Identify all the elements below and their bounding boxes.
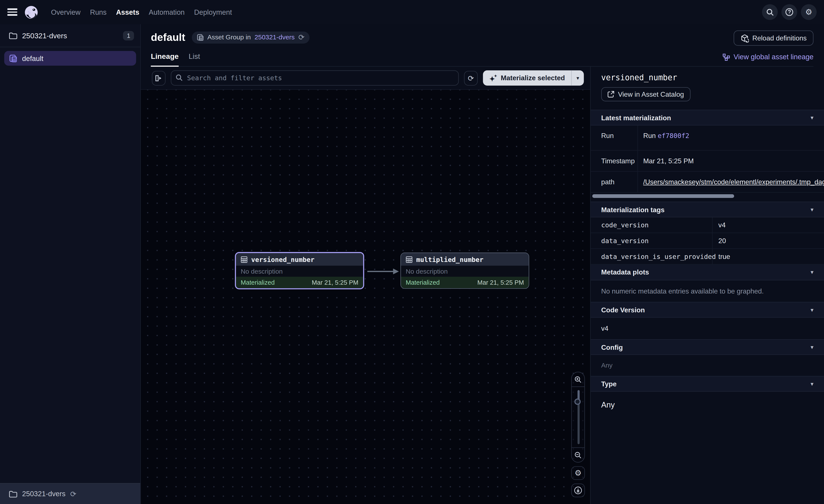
primary-nav: Overview Runs Assets Automation Deployme… <box>51 8 232 16</box>
lineage-graph-icon <box>722 53 730 60</box>
latest-materialization-table: Run Run ef7800f2 Timestamp Mar 21, 5:25 … <box>591 125 824 202</box>
materialized-status: Materialized <box>406 279 440 286</box>
graph-settings-button[interactable]: ⚙ <box>571 466 585 480</box>
lineage-canvas[interactable]: versioned_number No description Material… <box>141 90 590 504</box>
nav-runs[interactable]: Runs <box>90 8 107 16</box>
asset-node-multiplied-number[interactable]: multiplied_number No description Materia… <box>401 253 529 289</box>
zoom-out-button[interactable] <box>572 447 584 462</box>
search-button[interactable] <box>762 4 778 20</box>
table-row: Run Run ef7800f2 <box>591 125 824 151</box>
asset-count-badge: 1 <box>123 31 134 40</box>
menu-icon[interactable] <box>7 8 17 16</box>
section-metadata-plots[interactable]: Metadata plots ▾ <box>591 265 824 280</box>
section-code-version[interactable]: Code Version ▾ <box>591 302 824 318</box>
asset-node-name: multiplied_number <box>416 255 484 263</box>
asset-detail-panel: versioned_number View in Asset Catalog L… <box>590 67 824 504</box>
external-link-icon <box>608 91 614 98</box>
table-icon <box>406 256 413 263</box>
section-materialization-tags[interactable]: Materialization tags ▾ <box>591 202 824 217</box>
sidebar-group-label: 250321-dvers <box>22 31 118 39</box>
section-type[interactable]: Type ▾ <box>591 376 824 392</box>
graph-toolbar: ⟳ ✦✦ Materialize selected ▾ <box>141 67 590 90</box>
chevron-down-icon: ▾ <box>811 380 813 387</box>
asset-search-input[interactable] <box>171 70 459 86</box>
refresh-icon[interactable]: ⟳ <box>298 33 304 41</box>
view-global-lineage-link[interactable]: View global asset lineage <box>722 53 813 61</box>
canvas-controls: ⚙ <box>571 372 585 497</box>
table-row: path /Users/smackesey/stm/code/elementl/… <box>591 172 824 193</box>
materialize-dropdown-button[interactable]: ▾ <box>571 70 584 86</box>
refresh-icon: ⟳ <box>468 74 474 82</box>
asset-group-badge[interactable]: Asset Group in 250321-dvers ⟳ <box>192 31 310 43</box>
refresh-icon[interactable]: ⟳ <box>70 490 76 498</box>
dagster-app: Overview Runs Assets Automation Deployme… <box>0 0 824 504</box>
nav-assets[interactable]: Assets <box>116 8 139 16</box>
table-row: Timestamp Mar 21, 5:25 PM <box>591 151 824 172</box>
search-icon <box>766 8 774 16</box>
nav-actions: ⚙ <box>762 4 817 20</box>
help-button[interactable] <box>781 4 797 20</box>
chevron-down-icon: ▾ <box>811 269 813 276</box>
settings-button[interactable]: ⚙ <box>801 4 817 20</box>
asset-node-versioned-number[interactable]: versioned_number No description Material… <box>235 252 364 289</box>
sidebar-item-default[interactable]: default <box>4 51 136 66</box>
top-nav: Overview Runs Assets Automation Deployme… <box>0 0 824 24</box>
nav-automation[interactable]: Automation <box>149 8 185 16</box>
table-icon <box>241 256 248 263</box>
expand-sidebar-button[interactable] <box>152 71 166 85</box>
section-config[interactable]: Config ▾ <box>591 339 824 355</box>
code-location-footer[interactable]: 250321-dvers ⟳ <box>0 483 140 504</box>
chevron-down-icon: ▾ <box>811 306 813 313</box>
dagster-logo[interactable] <box>24 5 38 19</box>
scrollbar-thumb[interactable] <box>592 194 734 198</box>
config-value: Any <box>591 355 824 376</box>
sidebar-group-row[interactable]: 250321-dvers 1 <box>0 24 140 47</box>
metadata-plots-empty-text: No numeric metadata entries available to… <box>591 280 824 302</box>
path-link[interactable]: /Users/smackesey/stm/code/elementl/exper… <box>643 178 824 186</box>
nav-deployment[interactable]: Deployment <box>194 8 232 16</box>
chevron-down-icon: ▾ <box>811 206 813 213</box>
zoom-in-button[interactable] <box>572 372 584 387</box>
download-icon <box>574 486 583 495</box>
zoom-slider[interactable] <box>572 387 584 447</box>
chevron-down-icon: ▾ <box>577 75 579 81</box>
view-in-asset-catalog-button[interactable]: View in Asset Catalog <box>601 87 690 102</box>
gear-icon: ⚙ <box>805 8 812 16</box>
materialize-label: Materialize selected <box>501 74 565 82</box>
folder-icon <box>9 490 17 498</box>
zoom-slider-thumb[interactable] <box>575 398 581 405</box>
page-title: default <box>151 30 185 44</box>
section-latest-materialization[interactable]: Latest materialization ▾ <box>591 110 824 125</box>
run-id-link[interactable]: ef7800f2 <box>658 132 689 139</box>
gear-icon: ⚙ <box>575 469 582 477</box>
horizontal-scrollbar[interactable] <box>592 194 823 198</box>
zoom-in-icon <box>575 376 582 383</box>
download-image-button[interactable] <box>571 484 585 497</box>
reload-definitions-button[interactable]: Reload definitions <box>733 30 814 46</box>
chevron-down-icon: ▾ <box>811 344 813 351</box>
refresh-graph-button[interactable]: ⟳ <box>464 71 478 85</box>
table-row: data_version 20 <box>591 233 824 249</box>
reload-definitions-label: Reload definitions <box>752 34 807 42</box>
sidebar-item-label: default <box>22 54 43 62</box>
asset-groups-sidebar: 250321-dvers 1 default 250321-dvers ⟳ <box>0 24 141 504</box>
materialized-status: Materialized <box>241 279 275 286</box>
badge-group-link[interactable]: 250321-dvers <box>254 33 295 41</box>
reload-definitions-icon <box>740 34 749 42</box>
tab-list[interactable]: List <box>189 48 200 66</box>
table-row: data_version_is_user_provided true <box>591 249 824 265</box>
asset-node-description: No description <box>236 266 363 277</box>
help-icon <box>785 8 794 16</box>
nav-overview[interactable]: Overview <box>51 8 81 16</box>
timestamp-value: Mar 21, 5:25 PM <box>638 151 824 171</box>
view-in-asset-catalog-label: View in Asset Catalog <box>618 90 684 98</box>
chevron-down-icon: ▾ <box>811 114 813 121</box>
asset-group-icon <box>9 54 17 62</box>
view-global-lineage-label: View global asset lineage <box>733 53 813 61</box>
tab-lineage[interactable]: Lineage <box>151 48 179 66</box>
materialization-tags-table: code_version v4 data_version 20 data_ver… <box>591 217 824 265</box>
materialized-timestamp: Mar 21, 5:25 PM <box>478 279 524 286</box>
badge-prefix: Asset Group in <box>207 33 251 41</box>
selected-asset-title: versioned_number <box>601 73 814 83</box>
materialize-button[interactable]: ✦✦ Materialize selected <box>483 70 571 86</box>
